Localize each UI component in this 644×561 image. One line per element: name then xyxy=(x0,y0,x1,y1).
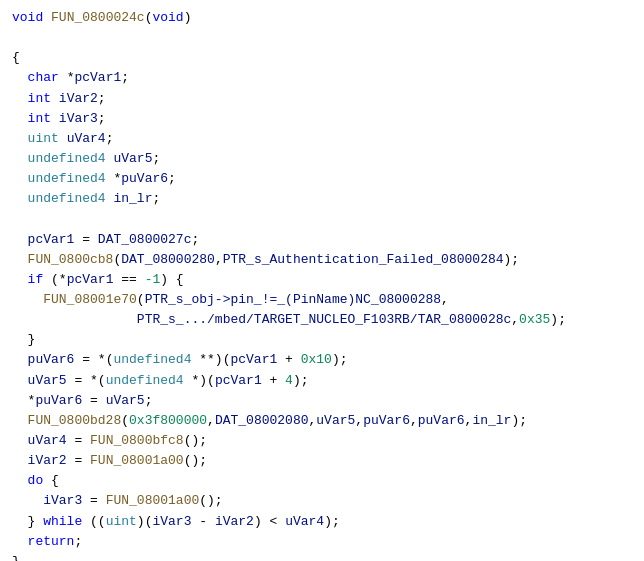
code-line-18: puVar6 = *(undefined4 **)(pcVar1 + 0x10)… xyxy=(12,350,632,370)
code-line-1: void FUN_0800024c(void) xyxy=(12,8,632,28)
code-line-25: iVar3 = FUN_08001a00(); xyxy=(12,491,632,511)
code-line-28: } xyxy=(12,552,632,561)
code-line-13: FUN_0800cb8(DAT_08000280,PTR_s_Authentic… xyxy=(12,250,632,270)
code-line-16: PTR_s_.../mbed/TARGET_NUCLEO_F103RB/TAR_… xyxy=(12,310,632,330)
code-line-20: *puVar6 = uVar5; xyxy=(12,391,632,411)
code-line-27: return; xyxy=(12,532,632,552)
code-line-11 xyxy=(12,209,632,229)
code-line-19: uVar5 = *(undefined4 *)(pcVar1 + 4); xyxy=(12,371,632,391)
code-line-14: if (*pcVar1 == -1) { xyxy=(12,270,632,290)
code-line-12: pcVar1 = DAT_0800027c; xyxy=(12,230,632,250)
code-line-26: } while ((uint)(iVar3 - iVar2) < uVar4); xyxy=(12,512,632,532)
code-line-2 xyxy=(12,28,632,48)
code-line-6: int iVar3; xyxy=(12,109,632,129)
code-line-9: undefined4 *puVar6; xyxy=(12,169,632,189)
code-line-22: uVar4 = FUN_0800bfc8(); xyxy=(12,431,632,451)
code-line-3: { xyxy=(12,48,632,68)
code-line-5: int iVar2; xyxy=(12,89,632,109)
code-line-17: } xyxy=(12,330,632,350)
code-line-4: char *pcVar1; xyxy=(12,68,632,88)
code-line-15: FUN_08001e70(PTR_s_obj->pin_!=_(PinName)… xyxy=(12,290,632,310)
code-line-24: do { xyxy=(12,471,632,491)
code-viewer: void FUN_0800024c(void) { char *pcVar1; … xyxy=(0,0,644,561)
code-line-10: undefined4 in_lr; xyxy=(12,189,632,209)
code-line-21: FUN_0800bd28(0x3f800000,DAT_08002080,uVa… xyxy=(12,411,632,431)
code-line-7: uint uVar4; xyxy=(12,129,632,149)
code-line-8: undefined4 uVar5; xyxy=(12,149,632,169)
code-line-23: iVar2 = FUN_08001a00(); xyxy=(12,451,632,471)
